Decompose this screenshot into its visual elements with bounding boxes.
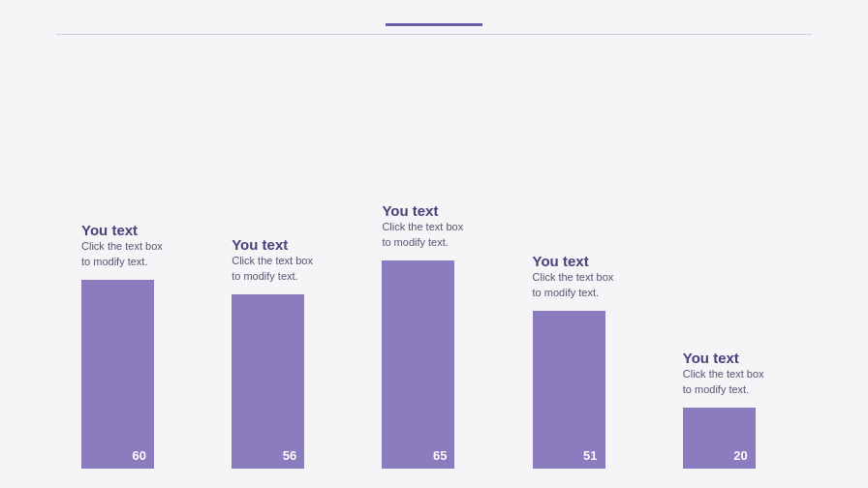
bar-rect-4: 51	[533, 311, 605, 469]
bar-group-2[interactable]: You textClick the text box to modify tex…	[228, 73, 378, 469]
you-text-2: You text	[232, 235, 324, 255]
bar-rect-5: 20	[683, 408, 756, 469]
you-text-1: You text	[81, 221, 173, 240]
bar-value-4: 51	[583, 448, 597, 463]
bar-group-5[interactable]: You textClick the text box to modify tex…	[679, 73, 829, 469]
bar-value-5: 20	[733, 448, 747, 463]
title-underline	[386, 23, 482, 26]
bar-label-3: You textClick the text box to modify tex…	[382, 201, 474, 251]
bar-rect-2: 56	[232, 294, 304, 469]
bar-group-1[interactable]: You textClick the text box to modify tex…	[78, 73, 228, 469]
bar-desc-3: Click the text box to modify text.	[382, 220, 474, 251]
bar-label-5: You textClick the text box to modify tex…	[683, 349, 775, 398]
title-area	[0, 0, 868, 35]
bar-label-1: You textClick the text box to modify tex…	[81, 221, 173, 270]
bar-value-1: 60	[133, 448, 146, 463]
divider-line	[56, 34, 812, 35]
you-text-3: You text	[382, 201, 474, 221]
bar-label-2: You textClick the text box to modify tex…	[232, 235, 324, 285]
you-text-5: You text	[683, 349, 775, 368]
bar-value-3: 65	[433, 448, 447, 463]
bar-desc-2: Click the text box to modify text.	[232, 254, 324, 285]
bar-desc-1: Click the text box to modify text.	[81, 239, 173, 270]
page: You textClick the text box to modify tex…	[0, 0, 868, 488]
bar-group-4[interactable]: You textClick the text box to modify tex…	[529, 73, 679, 469]
bar-label-4: You textClick the text box to modify tex…	[533, 252, 625, 301]
bar-desc-4: Click the text box to modify text.	[533, 270, 625, 301]
bar-desc-5: Click the text box to modify text.	[683, 367, 775, 398]
bar-value-2: 56	[283, 448, 296, 463]
bar-group-3[interactable]: You textClick the text box to modify tex…	[378, 73, 528, 469]
bar-rect-3: 65	[382, 260, 454, 469]
chart-container: You textClick the text box to modify tex…	[78, 73, 829, 469]
you-text-4: You text	[533, 252, 625, 271]
bar-rect-1: 60	[81, 280, 154, 469]
